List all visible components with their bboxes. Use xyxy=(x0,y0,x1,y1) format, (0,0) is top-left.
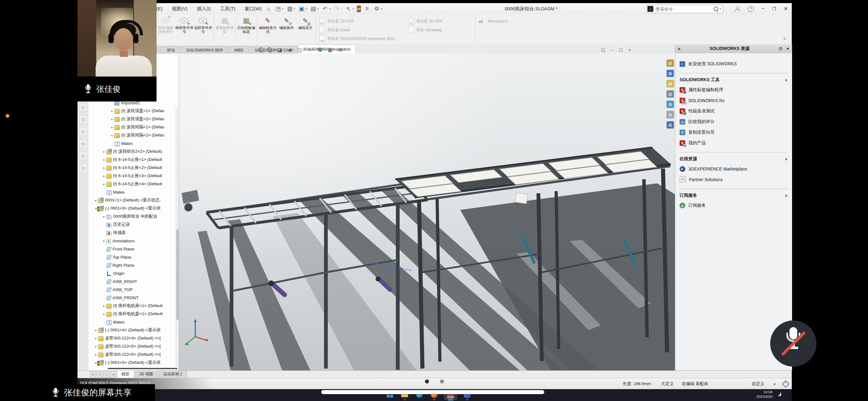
zoom-area-icon[interactable]: ▾ xyxy=(267,47,274,52)
dropdown-caret-icon[interactable]: ▾ xyxy=(294,7,296,10)
tree-row[interactable]: Mates xyxy=(88,188,179,196)
forum-icon[interactable]: ▤ xyxy=(666,111,674,119)
tree-row[interactable]: Mates xyxy=(88,139,179,147)
dropdown-caret-icon[interactable]: ▾ xyxy=(273,48,274,51)
balloon-remove-button[interactable]: 111×移除零件序号 xyxy=(175,15,194,35)
appearances-scenes-icon[interactable]: ▤ xyxy=(666,90,674,98)
left-toolbar-icon-tool-5[interactable]: ▤ xyxy=(79,152,87,160)
minimize-window-button[interactable]: − xyxy=(762,6,765,12)
taskpane-item[interactable]: ◍订阅服务 xyxy=(680,200,788,211)
tree-row[interactable]: ▸AAnnotations xyxy=(88,237,179,245)
section-header[interactable]: SOLIDWORKS 工具∧ xyxy=(680,75,788,85)
options-icon[interactable]: ⚙▾ xyxy=(373,5,382,12)
commandmanager-tab-stub[interactable] xyxy=(157,46,161,54)
doc-tab-3D-视图[interactable]: 3D 视图 xyxy=(135,371,158,378)
tree-row[interactable]: Origin xyxy=(88,269,179,277)
tree-row[interactable]: ▸皮带300-222<5> (Default) <<[ xyxy=(88,342,179,350)
taskpane-item[interactable]: SRxSOLIDWORKS Rx xyxy=(680,95,788,106)
chevron-up-icon[interactable]: ∧ xyxy=(784,193,788,198)
tree-row[interactable]: Top Plane xyxy=(88,253,179,261)
balloon-select-button[interactable]: 111↖选择零件序号 xyxy=(194,15,213,35)
doc-tab-模型[interactable]: 模型 xyxy=(117,371,134,378)
menu-item[interactable]: 工具(T) xyxy=(220,6,235,12)
select-cursor-icon[interactable]: ↖▾ xyxy=(345,5,354,12)
dropdown-caret-icon[interactable]: ▾ xyxy=(317,7,319,10)
file-explorer-icon[interactable]: ▤ xyxy=(666,70,674,77)
expand-arrow-icon[interactable]: ▸ xyxy=(110,109,114,113)
expand-arrow-icon[interactable]: ▸ xyxy=(94,329,98,332)
design-library-icon[interactable]: ▤ xyxy=(666,59,674,67)
section-header[interactable]: 订阅服务∧ xyxy=(680,191,788,200)
tree-row[interactable]: ▸0000病床组合 中的配合 xyxy=(88,212,179,221)
home-icon[interactable]: ⌂ xyxy=(265,6,272,12)
tree-row[interactable]: ▸(f) 6-14-5止推<2> (Default xyxy=(88,164,179,172)
net-inspect-button[interactable]: niNet-Inspect xyxy=(479,17,526,26)
custom-status-label[interactable]: 自定义 xyxy=(752,381,765,387)
dropdown-caret-icon[interactable]: ▾ xyxy=(381,7,382,10)
taskbar-clock[interactable]: 14:04 2022/4/20 xyxy=(742,390,772,399)
last-tab-button[interactable]: » xyxy=(110,371,117,377)
help-icon[interactable]: ? xyxy=(748,6,754,12)
tree-row[interactable]: 历史记录 xyxy=(88,221,179,229)
tree-row[interactable]: ▸(-) 0001<5> (Default) <显示状 xyxy=(88,359,179,367)
welcome-item[interactable]: ⌂ 欢迎使用 SOLIDWORKS xyxy=(680,59,788,69)
pin-icon[interactable]: ✦ xyxy=(786,46,789,51)
tree-row[interactable]: ▸皮带300-222<4> (Default) <<[ xyxy=(88,334,179,342)
dropdown-caret-icon[interactable]: ▾ xyxy=(303,48,305,51)
search-icon[interactable] xyxy=(714,6,718,11)
tree-row[interactable]: ▾(-) 0001<3> (Default) <显示状 xyxy=(88,204,179,212)
tab-评估[interactable]: 评估 xyxy=(161,46,180,54)
dropdown-caret-icon[interactable]: ▾ xyxy=(352,7,354,10)
tree-row[interactable]: ▸(f) 滚筒间隔<1> (Defau xyxy=(88,123,179,131)
restore-window-button[interactable]: ❐ xyxy=(772,6,776,11)
print-icon[interactable]: ▤▾ xyxy=(310,5,319,12)
presenter-webcam[interactable]: 张佳俊 xyxy=(78,0,157,101)
doc-tab-运动算例-1[interactable]: 运动算例 1 xyxy=(158,371,187,378)
expand-arrow-icon[interactable]: ▸ xyxy=(94,337,98,340)
view-orientation-icon[interactable]: ◈▾ xyxy=(288,47,294,53)
tab-mbd[interactable]: MBD xyxy=(229,46,249,54)
mute-button[interactable] xyxy=(770,321,816,367)
view-settings-icon[interactable]: ⚙▾ xyxy=(338,47,345,53)
tree-row[interactable]: ▸(f) 滚筒间隔<2> (Defau xyxy=(88,131,179,139)
expand-arrow-icon[interactable]: ▸ xyxy=(94,199,98,202)
edrawing-button[interactable]: e导出 eDrawing xyxy=(408,26,472,34)
taskpane-item[interactable]: ◎比较我的评分 xyxy=(680,116,788,127)
tree-horizontal-scrollbar[interactable] xyxy=(108,368,177,369)
tree-row[interactable]: ASM_RIGHT xyxy=(88,277,179,286)
ribbon-collapse-icon[interactable]: ∧ xyxy=(783,36,786,41)
gear-icon[interactable]: ⚙ xyxy=(779,46,783,52)
view-palette-icon[interactable]: ▤ xyxy=(666,80,674,88)
model-viewport[interactable] xyxy=(179,54,675,370)
taskpane-item[interactable]: S属属性标签编制程序 xyxy=(680,85,788,95)
left-toolbar-icon-tool-4[interactable]: ▤ xyxy=(79,140,87,148)
left-toolbar-icon-tool-1[interactable]: ▤ xyxy=(79,103,87,111)
edit-appearance-icon[interactable]: ▾ xyxy=(318,47,324,52)
edit-vendor-button[interactable]: ✎▤编辑卖方 xyxy=(296,15,315,31)
left-toolbar-icon-tool-3[interactable]: ▤ xyxy=(79,127,87,136)
edit-method-button[interactable]: ✎编辑检查方式 xyxy=(258,15,277,35)
tree-row[interactable]: ▸(f) 6-14-5止推<4> (Default xyxy=(88,180,179,188)
section-view-icon[interactable]: ◪▾ xyxy=(278,47,285,53)
taskpane-item[interactable]: ∞Partner Solutions xyxy=(680,174,788,185)
command-search[interactable]: › ▾ xyxy=(646,5,723,13)
tag-icon[interactable] xyxy=(782,380,789,388)
excel-button[interactable]: X导出至 Excel xyxy=(319,26,404,34)
dropdown-caret-icon[interactable]: ▾ xyxy=(312,48,314,51)
expand-arrow-icon[interactable]: ▸ xyxy=(102,166,106,170)
expand-arrow-icon[interactable]: ▸ xyxy=(94,353,98,356)
left-toolbar-icon-tool-2[interactable]: ▤ xyxy=(79,115,87,123)
dropdown-caret-icon[interactable]: ▾ xyxy=(343,48,345,51)
open-icon[interactable]: ▧▾ xyxy=(286,5,296,12)
edit-operation-button[interactable]: ✎↺编辑操作 xyxy=(277,15,296,31)
tree-row[interactable]: ▸(f) 滚筒组合2<2> (Default) xyxy=(88,147,179,156)
tree-row[interactable]: ASM_TOP xyxy=(88,286,179,294)
tree-row[interactable]: ▸(f) 6-14-5止推<3> (Default xyxy=(88,172,179,180)
redo-icon[interactable]: ↷▾ xyxy=(333,5,342,12)
status-caret-icon[interactable]: ▲ xyxy=(773,382,776,386)
playback-progress-bar[interactable] xyxy=(321,390,544,394)
tree-row[interactable]: 传感器 xyxy=(88,229,179,237)
pdf-2d-button[interactable]: PDF导出至 2D PDF xyxy=(319,17,404,26)
taskpane-item[interactable]: S测性能基准测试 xyxy=(680,106,788,116)
balloon-add-button[interactable]: 111✱添加/编辑零件序号 xyxy=(156,15,175,35)
